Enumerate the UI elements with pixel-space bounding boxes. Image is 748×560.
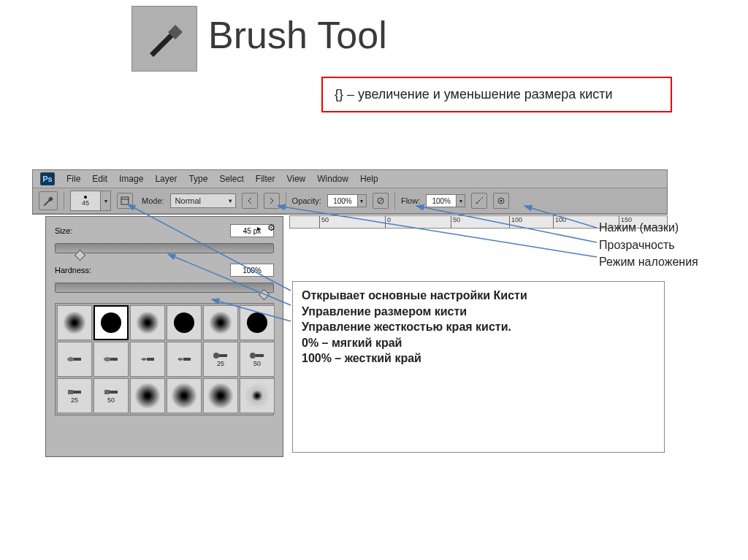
brush-preset[interactable] [203, 378, 238, 413]
photoshop-window: Ps File Edit Image Layer Type Select Fil… [32, 169, 668, 215]
tip-box-brush-size: {} – увеличение и уменьшение размера кис… [321, 77, 672, 112]
svg-rect-19 [73, 391, 81, 394]
menu-help[interactable]: Help [360, 174, 378, 184]
menu-type[interactable]: Type [188, 174, 207, 184]
app-logo[interactable]: Ps [40, 172, 55, 185]
svg-rect-18 [68, 390, 73, 394]
menu-bar: Ps File Edit Image Layer Type Select Fil… [33, 170, 667, 188]
menu-view[interactable]: View [286, 174, 305, 184]
ruler-tick: 50 [319, 216, 329, 228]
slider-thumb[interactable] [259, 289, 270, 301]
flow-label: Flow: [401, 196, 420, 205]
svg-rect-9 [74, 358, 81, 361]
size-label: Size: [55, 226, 230, 235]
svg-point-10 [104, 357, 111, 361]
size-pressure-icon[interactable] [493, 193, 509, 209]
hardness-label: Hardness: [55, 266, 230, 275]
menu-select[interactable]: Select [219, 174, 243, 184]
svg-rect-12 [147, 358, 154, 361]
brush-preset[interactable] [57, 305, 92, 340]
callout-opacity: Прозрачность [599, 237, 698, 253]
brush-preset[interactable] [130, 378, 165, 413]
opacity-pressure-icon[interactable] [373, 193, 389, 209]
brush-preset[interactable]: 25 [57, 378, 92, 413]
opacity-label: Opacity: [292, 196, 321, 205]
mode-next-icon[interactable] [264, 193, 280, 209]
svg-rect-13 [183, 358, 191, 361]
mode-value: Normal [175, 196, 201, 205]
brush-preset[interactable] [130, 305, 165, 340]
gear-icon[interactable]: ⚙ [267, 223, 275, 233]
svg-rect-2 [121, 197, 129, 204]
brush-preset-picker[interactable]: 45 [70, 191, 101, 211]
callout-hard-edge: 100% – жесткий край [302, 350, 655, 367]
svg-rect-17 [256, 354, 264, 357]
svg-point-16 [250, 353, 256, 358]
callouts-right: Нажим (мазки) Прозрачность Режим наложен… [599, 220, 698, 270]
current-tool-icon[interactable] [39, 191, 58, 210]
brush-preset[interactable] [167, 342, 202, 377]
divider [64, 192, 64, 210]
brush-panel-toggle-icon[interactable] [117, 193, 133, 209]
slider-thumb[interactable] [75, 250, 86, 261]
brush-preset-flyout: ▸ ⚙ Size: 45 px Hardness: 100% 25 50 25 … [45, 216, 283, 457]
callouts-center: Открывает основные настройки Кисти Управ… [292, 281, 665, 453]
callout-opens-settings: Открывает основные настройки Кисти [302, 288, 655, 304]
brush-preset[interactable] [240, 305, 275, 340]
ruler-tick: 50 [451, 216, 460, 228]
ruler-tick: 100 [553, 216, 566, 228]
callout-soft-edge: 0% – мягкий край [302, 335, 655, 351]
options-bar: 45 ▾ Mode: Normal Opacity: 100% ▾ Flow: … [33, 188, 667, 214]
callout-flow: Нажим (мазки) [599, 220, 698, 236]
svg-point-7 [500, 200, 503, 202]
brush-preset[interactable] [167, 305, 202, 340]
preset-label: 25 [217, 360, 224, 367]
mode-label: Mode: [142, 196, 164, 205]
brush-preset[interactable] [94, 342, 129, 377]
brush-preset-dropdown[interactable]: ▾ [101, 191, 111, 211]
ruler-tick: 0 [385, 216, 391, 228]
brush-preset[interactable] [167, 378, 202, 413]
brush-preset[interactable] [203, 305, 238, 340]
brush-preset[interactable]: 25 [203, 342, 238, 377]
flow-input[interactable]: 100% [426, 194, 457, 207]
brush-preset[interactable] [57, 342, 92, 377]
svg-point-8 [67, 357, 75, 361]
size-slider[interactable] [55, 243, 274, 253]
svg-point-14 [213, 353, 219, 358]
mode-select[interactable]: Normal [170, 193, 236, 208]
brush-preset[interactable]: 50 [240, 342, 275, 377]
menu-image[interactable]: Image [119, 174, 143, 184]
callout-size-control: Управление размером кисти [302, 304, 655, 320]
hardness-input[interactable]: 100% [230, 264, 274, 277]
callout-mode: Режим наложения [599, 254, 698, 270]
brush-preset[interactable] [130, 342, 165, 377]
preset-label: 50 [253, 360, 261, 367]
preset-label: 50 [107, 396, 115, 404]
mode-prev-icon[interactable] [242, 193, 258, 209]
brush-preset[interactable]: 50 [94, 378, 129, 413]
brush-size-readout: 45 [82, 199, 89, 207]
svg-rect-20 [104, 390, 110, 394]
svg-rect-21 [110, 391, 118, 394]
menu-window[interactable]: Window [317, 174, 348, 184]
callout-hardness-control: Управление жесткостью края кисти. [302, 319, 655, 335]
divider [394, 192, 395, 210]
flyout-arrow-icon[interactable]: ▸ [257, 224, 261, 232]
airbrush-icon[interactable] [471, 193, 487, 209]
brush-preset[interactable] [94, 305, 129, 340]
menu-layer[interactable]: Layer [155, 174, 177, 184]
opacity-dropdown[interactable]: ▾ [358, 194, 367, 207]
ruler-tick: 100 [509, 216, 522, 228]
page-title: Brush Tool [208, 13, 387, 57]
menu-file[interactable]: File [66, 174, 80, 184]
preset-label: 25 [71, 396, 78, 404]
hardness-slider[interactable] [55, 283, 274, 293]
brush-preset[interactable] [240, 378, 275, 413]
opacity-input[interactable]: 100% [327, 194, 358, 207]
menu-edit[interactable]: Edit [92, 174, 107, 184]
menu-filter[interactable]: Filter [256, 174, 275, 184]
svg-rect-11 [110, 358, 118, 361]
flow-dropdown[interactable]: ▾ [457, 194, 465, 207]
preset-grid: 25 50 25 50 [55, 303, 274, 415]
